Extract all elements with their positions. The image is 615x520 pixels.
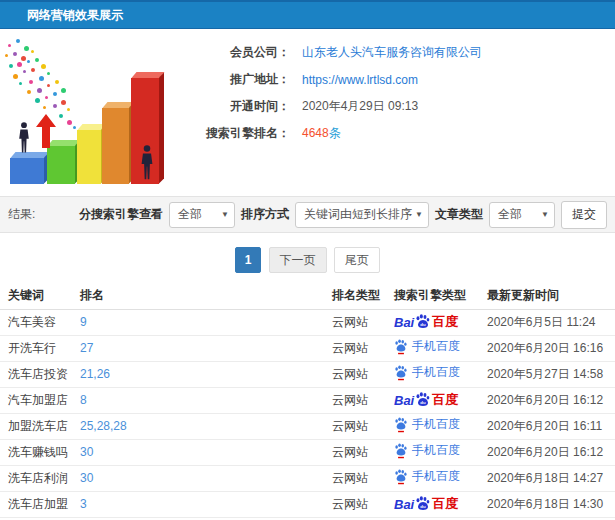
last-page-button[interactable]: 尾页 <box>334 247 380 273</box>
bar-chart-illustration <box>0 34 185 194</box>
update-time-cell: 2020年6月5日 11:24 <box>487 309 615 335</box>
promo-url-label: 推广地址： <box>185 71 290 88</box>
results-section-label: 结果: <box>8 206 35 223</box>
baidu-logo-suffix: 百度 <box>432 391 458 409</box>
confetti-dot <box>47 72 50 75</box>
sort-selected: 关键词由短到长排序 <box>304 206 412 223</box>
sort-select[interactable]: 关键词由短到长排序 ▼ <box>295 202 429 228</box>
confetti-dot <box>8 44 11 47</box>
engine-type-cell: 手机百度 <box>394 413 487 439</box>
table-row: 加盟洗车店 25,28,28 云网站 手机百度 2020年6月20日 16:11 <box>0 413 615 439</box>
next-page-button[interactable]: 下一页 <box>269 247 327 273</box>
confetti-dot <box>24 46 29 51</box>
baidu-logo-prefix: Bai <box>394 497 414 512</box>
promo-url-row: 推广地址： https://www.lrtlsd.com <box>185 66 615 93</box>
keyword-cell: 汽车加盟店 <box>0 387 80 413</box>
open-time-label: 开通时间： <box>185 98 290 115</box>
baidu-paw-icon: du <box>415 392 431 408</box>
rank-cell[interactable]: 8 <box>80 387 332 413</box>
promo-url-link[interactable]: https://www.lrtlsd.com <box>302 73 418 87</box>
rank-count: 4648 <box>302 126 329 140</box>
confetti-dot <box>17 62 22 67</box>
page-1-button[interactable]: 1 <box>235 247 261 273</box>
mobile-baidu-label: 手机百度 <box>412 364 460 381</box>
confetti-dot <box>29 80 33 84</box>
table-row: 开洗车行 27 云网站 手机百度 2020年6月20日 16:16 <box>0 335 615 361</box>
chevron-down-icon: ▼ <box>541 210 549 219</box>
rank-type-cell: 云网站 <box>332 335 394 361</box>
rank-cell[interactable]: 3 <box>80 491 332 517</box>
confetti-dot <box>41 64 46 69</box>
page-header: 网络营销效果展示 <box>0 0 615 29</box>
engine-filter-selected: 全部 <box>178 206 202 223</box>
engine-rank-value: 4648条 <box>302 125 341 142</box>
member-company-row: 会员公司： 山东老人头汽车服务咨询有限公司 <box>185 39 615 66</box>
keyword-cell: 加盟洗车店 <box>0 413 80 439</box>
engine-type-cell: 手机百度 <box>394 335 487 361</box>
update-time-cell: 2020年6月20日 16:12 <box>487 387 615 413</box>
table-row: 洗车赚钱吗 30 云网站 手机百度 2020年6月20日 16:12 <box>0 439 615 465</box>
mobile-baidu-label: 手机百度 <box>412 468 460 485</box>
confetti-dot <box>13 52 17 56</box>
baidu-paw-icon: du <box>415 496 431 512</box>
confetti-dot <box>61 100 66 105</box>
update-time-cell: 2020年6月20日 16:12 <box>487 439 615 465</box>
confetti-dot <box>16 39 20 43</box>
page-title: 网络营销效果展示 <box>0 7 123 24</box>
baidu-logo-suffix: 百度 <box>432 313 458 331</box>
confetti-dot <box>59 114 63 118</box>
engine-type-cell: 手机百度 <box>394 361 487 387</box>
baidu-logo: Bai du 百度 <box>394 313 458 331</box>
member-company-label: 会员公司： <box>185 44 290 61</box>
keyword-cell: 洗车店利润 <box>0 465 80 491</box>
confetti-dot <box>9 64 13 68</box>
confetti-dot <box>13 74 18 79</box>
engine-rank-label: 搜索引擎排名： <box>185 125 290 142</box>
mobile-baidu-paw-icon <box>394 469 408 485</box>
rank-cell[interactable]: 30 <box>80 465 332 491</box>
mobile-baidu-logo: 手机百度 <box>394 364 460 381</box>
confetti-dot <box>73 126 76 129</box>
engine-filter-select[interactable]: 全部 ▼ <box>169 202 235 228</box>
mobile-baidu-paw-icon <box>394 443 408 459</box>
rank-cell[interactable]: 25,28,28 <box>80 413 332 439</box>
engine-type-cell: 手机百度 <box>394 465 487 491</box>
table-row: 洗车店加盟 3 云网站 Bai du 百度 2020年6月18日 14:30 <box>0 491 615 517</box>
svg-text:du: du <box>421 504 427 509</box>
engine-type-cell: Bai du 百度 <box>394 387 487 413</box>
results-table: 关键词 排名 排名类型 搜索引擎类型 最新更新时间 汽车美容 9 云网站 Bai… <box>0 283 615 518</box>
confetti-dot <box>31 68 35 72</box>
table-row: 洗车店投资 21,26 云网站 手机百度 2020年5月27日 14:58 <box>0 361 615 387</box>
filter-bar: 结果: 分搜索引擎查看 全部 ▼ 排序方式 关键词由短到长排序 ▼ 文章类型 全… <box>0 196 615 233</box>
table-header-row: 关键词 排名 排名类型 搜索引擎类型 最新更新时间 <box>0 283 615 309</box>
decor-bar-green <box>47 146 75 184</box>
confetti-dot <box>67 120 72 125</box>
confetti-dot <box>21 56 26 61</box>
baidu-logo: Bai du 百度 <box>394 495 458 513</box>
confetti-dot <box>37 88 42 93</box>
keyword-header: 关键词 <box>0 283 80 309</box>
engine-filter-label: 分搜索引擎查看 <box>79 206 163 223</box>
mobile-baidu-label: 手机百度 <box>412 338 460 355</box>
rank-cell[interactable]: 9 <box>80 309 332 335</box>
article-type-select[interactable]: 全部 ▼ <box>489 202 555 228</box>
rank-type-cell: 云网站 <box>332 413 394 439</box>
rank-count-unit: 条 <box>329 126 341 140</box>
rank-cell[interactable]: 21,26 <box>80 361 332 387</box>
mobile-baidu-label: 手机百度 <box>412 416 460 433</box>
baidu-logo-prefix: Bai <box>394 393 414 408</box>
mobile-baidu-paw-icon <box>394 339 408 355</box>
article-type-label: 文章类型 <box>435 206 483 223</box>
rank-type-cell: 云网站 <box>332 361 394 387</box>
rank-cell[interactable]: 30 <box>80 439 332 465</box>
rank-type-cell: 云网站 <box>332 387 394 413</box>
confetti-dot <box>53 92 57 96</box>
keyword-cell: 洗车店加盟 <box>0 491 80 517</box>
member-company-link[interactable]: 山东老人头汽车服务咨询有限公司 <box>302 44 482 61</box>
businessman-figure-icon <box>16 118 32 158</box>
confetti-dot <box>27 90 31 94</box>
submit-button[interactable]: 提交 <box>561 201 607 229</box>
rank-cell[interactable]: 27 <box>80 335 332 361</box>
rank-type-cell: 云网站 <box>332 491 394 517</box>
rank-type-cell: 云网站 <box>332 439 394 465</box>
